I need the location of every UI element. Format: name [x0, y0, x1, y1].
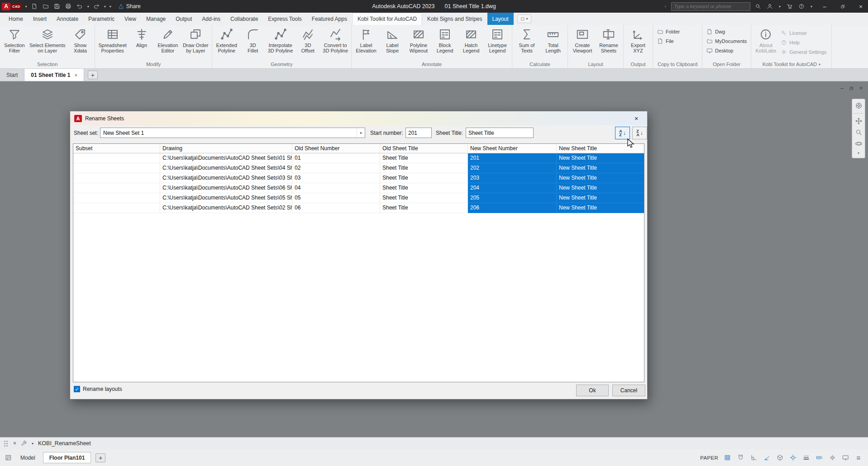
dialog-close-button[interactable]: ×	[630, 114, 643, 124]
search-icon[interactable]	[754, 2, 762, 10]
ribbon-tab-kobi-signs[interactable]: Kobi Signs and Stripes	[422, 13, 487, 25]
cancel-button[interactable]: Cancel	[612, 385, 645, 396]
new-layout-button[interactable]: +	[95, 453, 105, 462]
tool-rename-sheets[interactable]: Rename Sheets	[596, 26, 622, 60]
cell-old-title[interactable]: Sheet Title	[380, 193, 468, 203]
cell-old-title[interactable]: Sheet Title	[380, 153, 468, 163]
tool-label-slope[interactable]: Label Slope	[379, 26, 405, 60]
cell-subset[interactable]	[73, 173, 160, 183]
panel-title-layout[interactable]: Layout	[568, 60, 623, 68]
ok-button[interactable]: Ok	[576, 385, 609, 396]
panel-title-kobi-toolkit[interactable]: Kobi Toolkit for AutoCAD ▾	[751, 60, 831, 68]
tool-help[interactable]: Help	[781, 39, 826, 46]
ribbon-tab-view[interactable]: View	[119, 13, 141, 25]
ortho-toggle-icon[interactable]	[749, 454, 758, 462]
sort-ascending-button[interactable]: AZ ↓	[615, 127, 630, 139]
tool-3d-offset[interactable]: 3D Offset	[295, 26, 321, 60]
ribbon-tab-collaborate[interactable]: Collaborate	[225, 13, 263, 25]
close-tab-icon[interactable]: ×	[75, 72, 77, 78]
file-tab-start[interactable]: Start	[0, 69, 24, 81]
ribbon-tab-featured-apps[interactable]: Featured Apps	[307, 13, 352, 25]
drawing-area[interactable]: – × ▾ A Rename Sheets × Sheet set: New S…	[0, 81, 868, 437]
tool-3d-fillet[interactable]: 3D Fillet	[240, 26, 266, 60]
qat-customize-icon[interactable]: ▾	[108, 5, 113, 9]
ribbon-tab-annotate[interactable]: Annotate	[52, 13, 83, 25]
ribbon-tab-kobi-toolkit[interactable]: Kobi Toolkit for AutoCAD	[352, 13, 422, 25]
workspace-gear-icon[interactable]	[828, 454, 836, 462]
ribbon-display-toggle[interactable]: ▾	[517, 14, 531, 23]
cell-new-title[interactable]: New Sheet Title	[557, 153, 644, 163]
tool-open-mydocuments[interactable]: MyDocuments	[706, 38, 747, 45]
osnap-icon[interactable]	[789, 454, 797, 462]
cell-old-number[interactable]: 05	[292, 193, 380, 203]
panel-title-copy-to-clipboard[interactable]: Copy to Clipboard	[653, 60, 702, 68]
cell-new-number[interactable]: 204	[468, 183, 557, 193]
cell-drawing[interactable]: C:\Users\katja\Documents\AutoCAD Sheet S…	[160, 173, 292, 183]
cell-drawing[interactable]: C:\Users\katja\Documents\AutoCAD Sheet S…	[160, 153, 292, 163]
snap-toggle-icon[interactable]	[736, 454, 744, 462]
tool-general-settings[interactable]: General Settings	[781, 48, 826, 56]
cell-subset[interactable]	[73, 153, 160, 163]
tool-create-viewport[interactable]: Create Viewport	[569, 26, 596, 60]
cell-new-title[interactable]: New Sheet Title	[557, 163, 644, 173]
panel-title-modify[interactable]: Modify	[95, 60, 211, 68]
help-dropdown-icon[interactable]: ▾	[809, 5, 814, 9]
tool-selection-filter[interactable]: Selection Filter	[1, 26, 28, 60]
grid-toggle-icon[interactable]	[723, 454, 731, 462]
new-drawing-tab-button[interactable]: +	[88, 71, 98, 79]
cell-old-title[interactable]: Sheet Title	[380, 203, 468, 213]
dynamic-input-icon[interactable]	[815, 454, 823, 462]
orbit-icon[interactable]	[855, 140, 863, 147]
model-tab[interactable]: Model	[14, 452, 41, 463]
file-tab-document[interactable]: 01 Sheet Title 1 ×	[24, 69, 84, 81]
cell-old-title[interactable]: Sheet Title	[380, 183, 468, 193]
layout-tab-floor-plan[interactable]: Floor Plan101	[43, 452, 91, 463]
help-icon[interactable]	[797, 2, 806, 10]
cell-old-number[interactable]: 02	[292, 163, 380, 173]
doc-close-icon[interactable]: ×	[859, 86, 863, 91]
column-header-new-sheet-number[interactable]: New Sheet Number	[468, 144, 557, 153]
tool-license[interactable]: License	[781, 29, 826, 37]
cell-new-title[interactable]: New Sheet Title	[557, 183, 644, 193]
tool-elevation-editor[interactable]: Elevation Editor	[155, 26, 181, 60]
column-header-subset[interactable]: Subset	[73, 144, 160, 153]
column-header-old-sheet-number[interactable]: Old Sheet Number	[292, 144, 380, 153]
dialog-titlebar[interactable]: A Rename Sheets ×	[70, 111, 647, 125]
window-restore-button[interactable]	[835, 0, 850, 13]
window-close-button[interactable]: ×	[854, 0, 868, 13]
cell-old-number[interactable]: 01	[292, 153, 380, 163]
cell-new-title[interactable]: New Sheet Title	[557, 203, 644, 213]
window-minimize-button[interactable]: –	[817, 0, 832, 13]
ribbon-tab-output[interactable]: Output	[171, 13, 197, 25]
cell-subset[interactable]	[73, 183, 160, 193]
search-input[interactable]	[671, 2, 750, 11]
tool-export-xyz[interactable]: Export XYZ	[625, 26, 651, 60]
tool-polyline-wipeout[interactable]: Polyline Wipeout	[405, 26, 432, 60]
polar-tracking-icon[interactable]	[763, 454, 771, 462]
tool-hatch-legend[interactable]: Hatch Legend	[458, 26, 484, 60]
tool-total-length[interactable]: Total Length	[540, 26, 566, 60]
panel-title-open-folder[interactable]: Open Folder	[702, 60, 751, 68]
tool-draw-order-by-layer[interactable]: Draw Order by Layer	[181, 26, 210, 60]
tool-extended-polyline[interactable]: Extended Polyline	[214, 26, 240, 60]
cell-drawing[interactable]: C:\Users\katja\Documents\AutoCAD Sheet S…	[160, 163, 292, 173]
rename-layouts-checkbox[interactable]	[74, 386, 80, 392]
cell-new-number[interactable]: 202	[468, 163, 557, 173]
cell-old-title[interactable]: Sheet Title	[380, 173, 468, 183]
app-menu-chevron-icon[interactable]: ▾	[24, 5, 29, 9]
zoom-icon[interactable]	[855, 128, 863, 136]
tool-interpolate-3d-polyline[interactable]: Interpolate 3D Polyline	[266, 26, 295, 60]
recent-commands-icon[interactable]: ▾	[32, 442, 33, 446]
save-icon[interactable]	[52, 1, 62, 11]
share-button[interactable]: Share	[118, 3, 141, 10]
tool-block-legend[interactable]: Block Legend	[432, 26, 458, 60]
cell-old-number[interactable]: 04	[292, 183, 380, 193]
plot-icon[interactable]	[63, 1, 74, 11]
ribbon-tab-home[interactable]: Home	[4, 13, 28, 25]
open-file-icon[interactable]	[41, 1, 51, 11]
column-header-drawing[interactable]: Drawing	[160, 144, 292, 153]
cell-drawing[interactable]: C:\Users\katja\Documents\AutoCAD Sheet S…	[160, 193, 292, 203]
tool-spreadsheet-properties[interactable]: Spreadsheet Properties	[96, 26, 128, 60]
sheet-set-combobox[interactable]: New Sheet Set 1 ▾	[100, 128, 365, 138]
navbar-more-icon[interactable]: ▾	[858, 151, 859, 155]
